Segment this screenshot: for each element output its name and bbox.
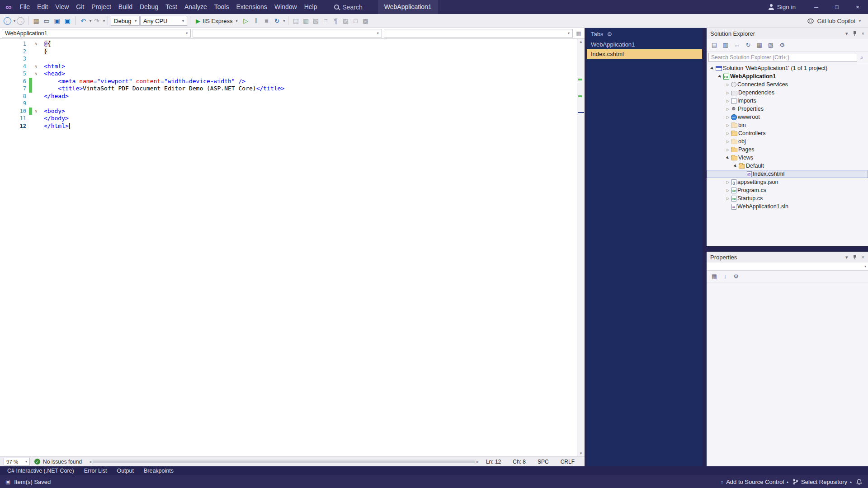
editor-tool-icon[interactable]: ¶ bbox=[331, 16, 341, 26]
editor-tool-icon[interactable]: ▤ bbox=[291, 16, 301, 26]
tree-item-properties[interactable]: ▷Properties bbox=[707, 105, 868, 113]
gear-icon[interactable]: ⚙ bbox=[607, 31, 612, 38]
search-icon[interactable]: ⌕ bbox=[857, 54, 866, 61]
tree-expander-icon[interactable]: ▷ bbox=[725, 188, 731, 192]
editor-tool-icon[interactable]: ▩ bbox=[361, 16, 371, 26]
redo-icon[interactable]: ↷ bbox=[92, 16, 102, 26]
code-line-4[interactable]: 4∨<html> bbox=[0, 63, 577, 70]
notifications-bell-icon[interactable] bbox=[856, 479, 863, 485]
tabs-panel-item-index-cshtml[interactable]: Index.cshtml bbox=[587, 49, 702, 59]
tree-item-program-cs[interactable]: ▷Program.cs bbox=[707, 186, 868, 194]
editor-horizontal-scrollbar[interactable]: ◂ ▸ bbox=[86, 459, 481, 464]
new-project-icon[interactable]: ▦ bbox=[31, 16, 41, 26]
tree-expander-icon[interactable]: ▷ bbox=[725, 83, 731, 87]
tree-expander-icon[interactable]: ▷ bbox=[725, 140, 731, 144]
tree-item-solution-webapplication1-1-of-1-project[interactable]: ▶Solution 'WebApplication1' (1 of 1 proj… bbox=[707, 64, 868, 72]
tree-item-startup-cs[interactable]: ▷Startup.cs bbox=[707, 194, 868, 202]
scroll-right-icon[interactable]: ▸ bbox=[476, 459, 479, 464]
split-window-handle-icon[interactable]: ▦ bbox=[575, 30, 583, 37]
show-all-files-icon[interactable]: ▧ bbox=[766, 41, 776, 50]
tree-expander-icon[interactable]: ▷ bbox=[725, 107, 731, 111]
zoom-level-dropdown[interactable]: 97 % ▾ bbox=[4, 458, 30, 465]
navigate-back-icon[interactable]: ← bbox=[4, 17, 11, 25]
tree-expander-icon[interactable]: ▶ bbox=[717, 73, 724, 80]
tree-item-obj[interactable]: ▷obj bbox=[707, 137, 868, 145]
refresh-icon[interactable]: ↻ bbox=[743, 41, 753, 50]
tree-expander-icon[interactable]: ▷ bbox=[725, 180, 731, 184]
close-button[interactable]: × bbox=[847, 0, 868, 14]
code-line-5[interactable]: 5∨<head> bbox=[0, 70, 577, 78]
document-health-indicator[interactable]: ✓ No issues found bbox=[34, 459, 82, 465]
menu-debug[interactable]: Debug bbox=[136, 0, 162, 14]
menu-test[interactable]: Test bbox=[162, 0, 181, 14]
tree-item-dependencies[interactable]: ▷Dependencies bbox=[707, 89, 868, 97]
solution-configurations-dropdown[interactable]: Debug ▾ bbox=[111, 16, 140, 26]
scroll-left-icon[interactable]: ◂ bbox=[89, 459, 91, 464]
panel-tab-breakpoints[interactable]: Breakpoints bbox=[139, 466, 178, 475]
quick-search[interactable]: Search bbox=[334, 4, 362, 11]
menu-extensions[interactable]: Extensions bbox=[232, 0, 270, 14]
editor-vertical-scrollbar[interactable]: ▲ ▼ bbox=[577, 39, 585, 456]
tree-item-controllers[interactable]: ▷Controllers bbox=[707, 129, 868, 137]
code-line-2[interactable]: 2} bbox=[0, 48, 577, 56]
solution-search-input[interactable] bbox=[708, 53, 857, 62]
code-line-9[interactable]: 9 bbox=[0, 100, 577, 108]
properties-icon[interactable]: ⚙ bbox=[777, 41, 787, 50]
editor-tool-icon[interactable]: ▥ bbox=[301, 16, 311, 26]
code-line-8[interactable]: 8</head> bbox=[0, 93, 577, 100]
solution-platforms-dropdown[interactable]: Any CPU ▾ bbox=[140, 16, 187, 26]
properties-object-dropdown[interactable]: ▾ bbox=[707, 263, 868, 271]
menu-window[interactable]: Window bbox=[271, 0, 301, 14]
tree-item-connected-services[interactable]: ▷Connected Services bbox=[707, 80, 868, 89]
tree-item-views[interactable]: ▶Views bbox=[707, 154, 868, 162]
code-line-6[interactable]: 6 <meta name="viewport" content="width=d… bbox=[0, 78, 577, 85]
start-without-debugging-icon[interactable]: ▷ bbox=[241, 16, 251, 26]
menu-file[interactable]: File bbox=[16, 0, 34, 14]
scroll-up-icon[interactable]: ▲ bbox=[577, 40, 585, 44]
tree-expander-icon[interactable]: ▶ bbox=[732, 162, 739, 169]
editor-tool-icon[interactable]: □ bbox=[351, 16, 361, 26]
menu-project[interactable]: Project bbox=[88, 0, 115, 14]
pin-icon[interactable] bbox=[853, 31, 857, 36]
close-icon[interactable]: × bbox=[862, 31, 864, 36]
save-icon[interactable]: ▣ bbox=[52, 16, 62, 26]
tree-item-index-cshtml[interactable]: Index.cshtml bbox=[707, 170, 868, 178]
sync-with-active-document-icon[interactable]: ↔ bbox=[732, 41, 742, 50]
menu-edit[interactable]: Edit bbox=[33, 0, 52, 14]
tree-item-default[interactable]: ▶Default bbox=[707, 162, 868, 170]
tree-item-webapplication1[interactable]: ▶WebApplication1 bbox=[707, 72, 868, 80]
panel-tab-c-interactive-net-core[interactable]: C# Interactive (.NET Core) bbox=[3, 466, 79, 475]
menu-tools[interactable]: Tools bbox=[211, 0, 233, 14]
code-line-10[interactable]: 10∨<body> bbox=[0, 108, 577, 115]
scroll-down-icon[interactable]: ▼ bbox=[577, 451, 585, 455]
undo-icon[interactable]: ↶ bbox=[78, 16, 88, 26]
tree-expander-icon[interactable]: ▷ bbox=[725, 91, 731, 95]
tree-expander-icon[interactable]: ▶ bbox=[724, 154, 731, 161]
panel-options-icon[interactable]: ▾ bbox=[845, 254, 848, 260]
save-all-icon[interactable]: ▣ bbox=[62, 16, 72, 26]
tree-item-pages[interactable]: ▷Pages bbox=[707, 145, 868, 154]
open-file-icon[interactable]: ▭ bbox=[42, 16, 52, 26]
tree-expander-icon[interactable]: ▷ bbox=[725, 131, 731, 136]
code-line-7[interactable]: 7 <title>VintaSoft PDF Document Editor D… bbox=[0, 85, 577, 93]
panel-tab-error-list[interactable]: Error List bbox=[80, 466, 112, 475]
add-to-source-control-button[interactable]: ↑ Add to Source Control ▴ bbox=[721, 479, 788, 485]
start-debugging-button[interactable]: ▶ IIS Express ▾ bbox=[193, 16, 240, 26]
menu-analyze[interactable]: Analyze bbox=[181, 0, 211, 14]
collapse-all-icon[interactable]: ▦ bbox=[755, 41, 764, 50]
tree-item-imports[interactable]: ▷Imports bbox=[707, 97, 868, 105]
refresh-icon[interactable]: ↻ bbox=[272, 16, 282, 26]
tree-item-appsettings-json[interactable]: ▷appsettings.json bbox=[707, 178, 868, 186]
breadcrumb-project-dropdown[interactable]: WebApplication1 ▾ bbox=[2, 29, 191, 38]
navigate-forward-icon[interactable]: → bbox=[17, 17, 24, 25]
property-pages-icon[interactable]: ⚙ bbox=[731, 272, 741, 281]
switch-views-icon[interactable]: ▤ bbox=[709, 41, 719, 50]
redo-dropdown-icon[interactable]: ▾ bbox=[103, 19, 105, 23]
minimize-button[interactable]: ─ bbox=[806, 0, 826, 14]
undo-dropdown-icon[interactable]: ▾ bbox=[90, 19, 91, 23]
code-line-12[interactable]: 12</html> bbox=[0, 122, 577, 130]
menu-help[interactable]: Help bbox=[301, 0, 321, 14]
tree-item-wwwroot[interactable]: ▷wwwroot bbox=[707, 113, 868, 121]
panel-tab-output[interactable]: Output bbox=[112, 466, 138, 475]
panel-options-icon[interactable]: ▾ bbox=[845, 31, 848, 37]
